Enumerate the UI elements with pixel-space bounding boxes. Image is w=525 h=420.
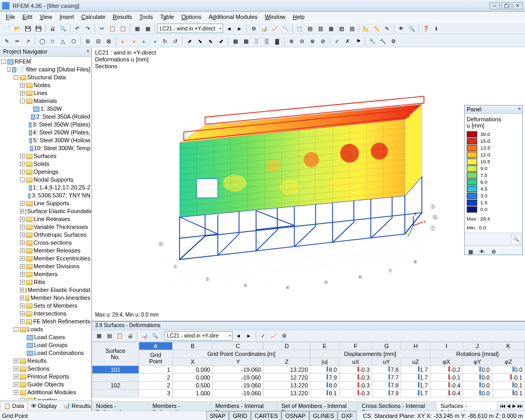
panel-close-icon[interactable]: × (518, 106, 521, 111)
tb-open[interactable]: 📂 (13, 24, 22, 33)
menu-window[interactable]: Window (261, 13, 289, 21)
tab-4[interactable]: Cross Sections - Internal Forces (358, 402, 436, 411)
tb-s3[interactable]: ▥ (316, 24, 325, 33)
menu-options[interactable]: Options (177, 13, 205, 21)
tb-s5[interactable]: ▧ (337, 24, 346, 33)
rtb-4[interactable]: 🖨 (125, 331, 135, 341)
tab-3[interactable]: Set of Members - Internal Forces (277, 402, 358, 411)
tb-btn1[interactable]: ▦ (132, 24, 142, 33)
tab-0[interactable]: Nodes - Deformations (92, 402, 149, 411)
loadcase-combo[interactable]: LC21 - wind in +Y-direct (157, 24, 223, 33)
tb2-4[interactable]: ◯ (37, 36, 47, 46)
tb2-2[interactable]: ✏ (13, 36, 22, 46)
menu-results[interactable]: Results (109, 13, 136, 21)
tb-v2[interactable]: 🔍 (407, 24, 416, 33)
tb-h2[interactable]: ℹ (432, 24, 441, 33)
menu-calculate[interactable]: Calculate (78, 13, 109, 21)
tb-h1[interactable]: ❓ (421, 24, 430, 33)
rtb-8[interactable]: 📈 (269, 331, 278, 341)
tb2-18[interactable]: ⬊ (195, 36, 205, 46)
model-view[interactable]: x y z ①②③④⑤⑥⑦⑧ ⒽⒶⒷⒸ (123, 68, 457, 289)
tb2-22[interactable]: ▩ (241, 36, 250, 46)
tb2-12[interactable]: ◂ (129, 36, 138, 46)
rtb-next[interactable]: ► (244, 331, 254, 341)
nav-tree[interactable]: - RFEM- 📄 filter casing [Dlubal Files]- … (0, 57, 91, 400)
tb2-8[interactable]: ⊞ (83, 36, 92, 46)
tb2-11[interactable]: ▸ (118, 36, 128, 46)
tb2-13[interactable]: ▸ (139, 36, 149, 46)
tb-m1[interactable]: 📐 (361, 24, 371, 33)
tb2-34[interactable]: 🔨 (378, 36, 387, 46)
tb-saveas[interactable]: 💾 (34, 24, 43, 33)
tb2-23[interactable]: ░ (251, 36, 261, 46)
panel-b3[interactable]: ⚙ (489, 247, 498, 256)
tb-print[interactable]: 🖨 (48, 24, 57, 33)
results-lc-combo[interactable]: LC21 - wind in +Y-dire (164, 331, 233, 341)
rtb-3[interactable]: 📋 (115, 331, 124, 341)
tb-preview[interactable]: 🔍 (58, 24, 68, 33)
tb2-15[interactable]: ↻ (160, 36, 170, 46)
menu-modules[interactable]: Additional Modules (205, 13, 261, 21)
tb2-10[interactable]: ⊠ (104, 36, 113, 46)
tab-2[interactable]: Members - Internal Forces (211, 402, 277, 411)
rtb-5[interactable]: 📊 (140, 331, 149, 341)
tb2-31[interactable]: ✗ (343, 36, 352, 46)
tb2-35[interactable]: ⚙ (388, 36, 398, 46)
tb2-32[interactable]: ⚑ (353, 36, 363, 46)
rtb-prev[interactable]: ◄ (234, 331, 243, 341)
tb-cut[interactable]: ✂ (97, 24, 107, 33)
tb2-30[interactable]: ✓ (332, 36, 342, 46)
tb2-27[interactable]: ⊖ (297, 36, 307, 46)
status-cartes[interactable]: CARTES (251, 411, 281, 421)
tb-prev[interactable]: ◄ (224, 24, 234, 33)
panel-zoom-icon[interactable]: 🔍 (511, 235, 521, 244)
tb-paste[interactable]: 📋 (118, 24, 128, 33)
tb2-7[interactable]: ⬡ (69, 36, 78, 46)
menu-edit[interactable]: Edit (19, 13, 36, 21)
tb2-16[interactable]: ↺ (171, 36, 180, 46)
close-button[interactable]: × (512, 2, 523, 9)
tb2-9[interactable]: ⊟ (93, 36, 103, 46)
tb-calc[interactable]: ⚙ (249, 24, 258, 33)
tb-r2[interactable]: 📈 (270, 24, 279, 33)
status-dxf[interactable]: DXF (338, 411, 356, 421)
tb-btn2[interactable]: ▦ (143, 24, 152, 33)
tb-copy[interactable]: 📋 (108, 24, 117, 33)
rtb-1[interactable]: ▦ (94, 331, 103, 341)
rtb-2[interactable]: ▤ (104, 331, 114, 341)
tb-s6[interactable]: ▨ (347, 24, 356, 33)
menu-help[interactable]: Help (289, 13, 309, 21)
tb-s4[interactable]: ▦ (326, 24, 335, 33)
navtab-display[interactable]: 👁Display (28, 402, 60, 410)
status-glines[interactable]: GLINES (309, 411, 338, 421)
maximize-button[interactable]: ▢ (501, 2, 511, 9)
tb2-20[interactable]: ⬋ (216, 36, 226, 46)
menu-tools[interactable]: Tools (135, 13, 156, 21)
tb-next[interactable]: ► (235, 24, 244, 33)
tb-s1[interactable]: ⬚ (295, 24, 304, 33)
tb2-24[interactable]: ▒ (262, 36, 271, 46)
panel-b2[interactable]: 👁 (477, 247, 487, 256)
tb2-17[interactable]: ⬈ (185, 36, 194, 46)
rtb-9[interactable]: ⚙ (279, 331, 289, 341)
nav-close-icon[interactable]: × (87, 48, 89, 54)
tb-v1[interactable]: 👁 (396, 24, 406, 33)
tb-m3[interactable]: ✎ (382, 24, 392, 33)
tb2-29[interactable]: ⊘ (318, 36, 328, 46)
rtb-7[interactable]: ✓ (258, 331, 268, 341)
tb-m2[interactable]: 📏 (372, 24, 381, 33)
panel-b1[interactable]: ▦ (466, 247, 475, 256)
tb-save[interactable]: 💾 (23, 24, 33, 33)
tb2-19[interactable]: ⬉ (206, 36, 215, 46)
tb2-26[interactable]: ⊕ (287, 36, 296, 46)
tb2-6[interactable]: △ (58, 36, 68, 46)
minimize-button[interactable]: – (489, 2, 500, 9)
tb2-28[interactable]: ⊗ (308, 36, 317, 46)
menu-view[interactable]: View (36, 13, 56, 21)
tb-redo[interactable]: ↷ (83, 24, 92, 33)
tb-r1[interactable]: 📊 (259, 24, 269, 33)
tb2-21[interactable]: ▦ (230, 36, 240, 46)
tab-1[interactable]: Members - Deformations (149, 402, 211, 411)
navtab-results[interactable]: 📊Results (60, 401, 94, 410)
tab-5[interactable]: Surfaces - Deformations (436, 402, 498, 411)
